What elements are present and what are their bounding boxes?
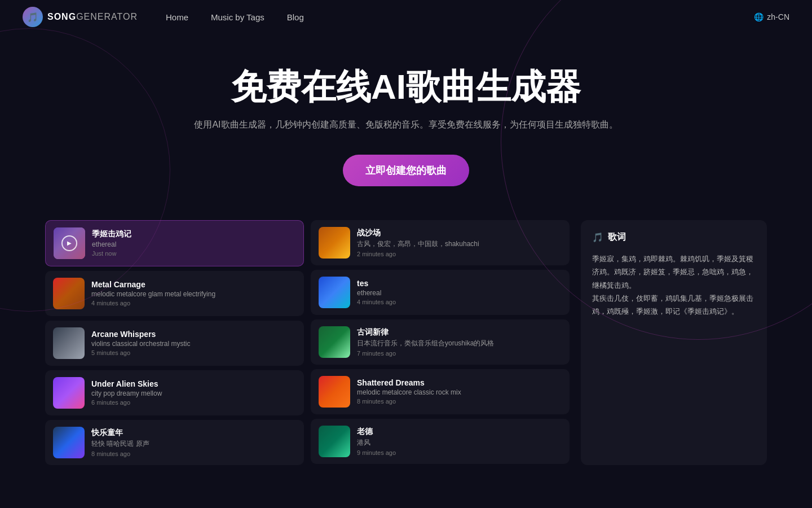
song-info: 快乐童年轻快 嘻哈民谣 原声8 minutes ago <box>91 428 296 457</box>
song-title: Metal Carnage <box>91 280 296 289</box>
song-thumbnail <box>319 426 350 457</box>
song-tags: ethereal <box>92 240 295 248</box>
lyrics-title: 歌词 <box>608 231 626 243</box>
play-overlay: ▶ <box>54 227 85 259</box>
song-info: Arcane Whispersviolins classical orchest… <box>91 330 296 356</box>
nav-music-by-tags[interactable]: Music by Tags <box>211 12 264 22</box>
song-tags: 日本流行音乐，类似音乐组合yorushika的风格 <box>357 339 562 348</box>
play-icon: ▶ <box>61 235 77 251</box>
song-time: 4 minutes ago <box>357 299 562 305</box>
lang-label: zh-CN <box>767 12 789 21</box>
song-thumbnail <box>319 277 350 308</box>
song-tags: 轻快 嘻哈民谣 原声 <box>91 439 296 449</box>
nav-home[interactable]: Home <box>166 12 188 22</box>
song-card[interactable]: Shattered Dreamsmelodic metalcore classi… <box>311 369 570 414</box>
logo-icon: 🎵 <box>23 7 43 27</box>
song-thumbnail: ▶ <box>54 227 85 259</box>
nav-blog[interactable]: Blog <box>287 12 304 22</box>
song-card[interactable]: ▶季姬击鸡记etherealJust now <box>45 220 304 266</box>
song-thumbnail <box>53 427 85 458</box>
song-title: 古词新律 <box>357 327 562 338</box>
song-thumbnail <box>53 377 85 409</box>
song-time: 5 minutes ago <box>91 349 296 356</box>
lyrics-content: 季姬寂，集鸡，鸡即棘鸡。棘鸡饥叽，季姬及箕稷济鸡。鸡既济，跻姬笈，季姬忌，急咄鸡… <box>592 252 756 318</box>
lyrics-icon: 🎵 <box>592 232 603 243</box>
song-card[interactable]: Arcane Whispersviolins classical orchest… <box>45 321 304 366</box>
song-card[interactable]: 古词新律日本流行音乐，类似音乐组合yorushika的风格7 minutes a… <box>311 319 570 365</box>
song-title: 老德 <box>357 427 562 437</box>
logo[interactable]: 🎵 SONGGENERATOR <box>23 7 138 27</box>
song-thumbnail <box>53 327 85 359</box>
globe-icon: 🌐 <box>754 12 764 21</box>
song-time: 4 minutes ago <box>91 300 296 306</box>
song-info: 战沙场古风，俊宏，高昂，中国鼓，shakuhachi2 minutes ago <box>357 228 562 257</box>
hero-section: 免费在线AI歌曲生成器 使用AI歌曲生成器，几秒钟内创建高质量、免版税的音乐。享… <box>0 34 812 209</box>
lyrics-panel: 🎵 歌词 季姬寂，集鸡，鸡即棘鸡。棘鸡饥叽，季姬及箕稷济鸡。鸡既济，跻姬笈，季姬… <box>581 220 767 465</box>
logo-text: SONGGENERATOR <box>47 12 138 22</box>
song-thumbnail <box>319 376 350 408</box>
song-card[interactable]: 战沙场古风，俊宏，高昂，中国鼓，shakuhachi2 minutes ago <box>311 220 570 265</box>
song-tags: violins classical orchestral mystic <box>91 340 296 348</box>
song-tags: melodic metalcore classic rock mix <box>357 388 562 396</box>
song-info: Under Alien Skiescity pop dreamy mellow6… <box>91 379 296 406</box>
song-time: 2 minutes ago <box>357 251 562 257</box>
song-column-left: ▶季姬击鸡记etherealJust nowMetal Carnagemelod… <box>45 220 304 465</box>
song-title: tes <box>357 279 562 288</box>
song-list-container: ▶季姬击鸡记etherealJust nowMetal Carnagemelod… <box>45 220 570 465</box>
song-title: Under Alien Skies <box>91 379 296 388</box>
lyrics-header: 🎵 歌词 <box>592 231 756 243</box>
hero-title: 免费在线AI歌曲生成器 <box>11 68 801 106</box>
song-tags: ethereal <box>357 289 562 297</box>
song-card[interactable]: 老德港风9 minutes ago <box>311 419 570 464</box>
song-info: 古词新律日本流行音乐，类似音乐组合yorushika的风格7 minutes a… <box>357 327 562 357</box>
song-info: Metal Carnagemelodic metalcore glam meta… <box>91 280 296 306</box>
song-tags: melodic metalcore glam metal electrifyin… <box>91 290 296 298</box>
song-title: 季姬击鸡记 <box>92 229 295 239</box>
song-tags: city pop dreamy mellow <box>91 389 296 397</box>
song-card[interactable]: tesethereal4 minutes ago <box>311 270 570 315</box>
song-thumbnail <box>53 278 85 309</box>
song-title: Shattered Dreams <box>357 378 562 387</box>
song-card[interactable]: 快乐童年轻快 嘻哈民谣 原声8 minutes ago <box>45 420 304 465</box>
song-time: 8 minutes ago <box>357 398 562 405</box>
nav-links: Home Music by Tags Blog <box>166 12 754 22</box>
song-info: 季姬击鸡记etherealJust now <box>92 229 295 257</box>
song-thumbnail <box>319 227 350 259</box>
song-title: 快乐童年 <box>91 428 296 438</box>
song-time: 8 minutes ago <box>91 450 296 457</box>
song-card[interactable]: Under Alien Skiescity pop dreamy mellow6… <box>45 370 304 415</box>
song-time: Just now <box>92 250 295 257</box>
navbar: 🎵 SONGGENERATOR Home Music by Tags Blog … <box>0 0 812 34</box>
song-info: Shattered Dreamsmelodic metalcore classi… <box>357 378 562 405</box>
cta-button[interactable]: 立即创建您的歌曲 <box>343 155 469 186</box>
song-time: 7 minutes ago <box>357 350 562 357</box>
song-info: 老德港风9 minutes ago <box>357 427 562 456</box>
song-tags: 古风，俊宏，高昂，中国鼓，shakuhachi <box>357 239 562 249</box>
song-thumbnail <box>319 326 350 358</box>
song-title: 战沙场 <box>357 228 562 238</box>
song-card[interactable]: Metal Carnagemelodic metalcore glam meta… <box>45 271 304 316</box>
hero-subtitle: 使用AI歌曲生成器，几秒钟内创建高质量、免版税的音乐。享受免费在线服务，为任何项… <box>11 117 801 132</box>
song-title: Arcane Whispers <box>91 330 296 339</box>
song-tags: 港风 <box>357 438 562 448</box>
song-time: 9 minutes ago <box>357 449 562 456</box>
content-area: ▶季姬击鸡记etherealJust nowMetal Carnagemelod… <box>23 209 789 476</box>
song-column-right: 战沙场古风，俊宏，高昂，中国鼓，shakuhachi2 minutes agot… <box>311 220 570 465</box>
song-time: 6 minutes ago <box>91 399 296 406</box>
song-info: tesethereal4 minutes ago <box>357 279 562 305</box>
language-switcher[interactable]: 🌐 zh-CN <box>754 12 789 21</box>
